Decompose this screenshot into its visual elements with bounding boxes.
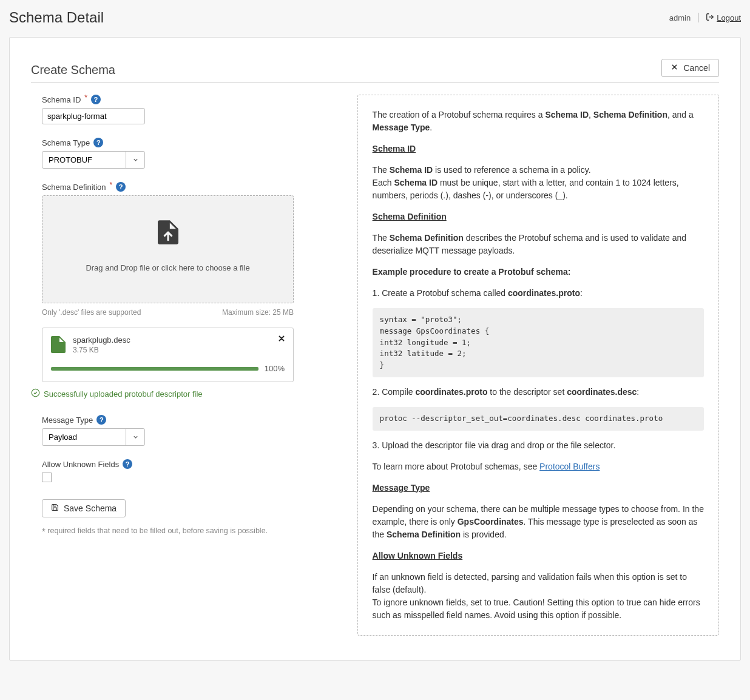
save-schema-label: Save Schema: [64, 503, 117, 513]
required-indicator: *: [110, 181, 113, 189]
required-indicator: *: [84, 93, 87, 102]
panel-title: Create Schema: [31, 63, 115, 77]
help-icon[interactable]: ?: [123, 459, 132, 469]
file-icon: [51, 335, 66, 355]
schema-type-label: Schema Type: [42, 138, 90, 147]
uploaded-file-card: sparkplugb.desc 3.75 KB 100%: [42, 328, 294, 382]
help-heading-message-type: Message Type: [373, 483, 430, 493]
logout-label: Logout: [717, 13, 741, 22]
dropzone-text: Drag and Drop file or click here to choo…: [86, 263, 249, 272]
help-heading-schema-def: Schema Definition: [373, 212, 447, 221]
cancel-button[interactable]: Cancel: [661, 59, 719, 77]
help-heading-schema-id: Schema ID: [373, 144, 416, 153]
file-name: sparkplugb.desc: [73, 335, 285, 345]
close-icon: [671, 63, 678, 73]
current-user: admin: [669, 13, 691, 22]
code-example-proto: syntax = "proto3"; message GpsCoordinate…: [373, 308, 704, 377]
help-icon[interactable]: ?: [91, 95, 101, 104]
check-circle-icon: [31, 388, 40, 399]
help-icon[interactable]: ?: [93, 138, 103, 147]
logout-icon: [706, 13, 714, 23]
upload-icon: [158, 220, 178, 263]
required-footnote: required fields that need to be filled o…: [47, 527, 268, 535]
help-icon[interactable]: ?: [116, 182, 126, 192]
logout-link[interactable]: Logout: [706, 13, 741, 23]
help-heading-allow-unknown: Allow Unknown Fields: [373, 551, 463, 560]
message-type-select[interactable]: [42, 428, 145, 446]
dropzone-hint-filetype: Only '.desc' files are supported: [42, 308, 141, 317]
cancel-label: Cancel: [683, 63, 710, 73]
schema-id-input[interactable]: [42, 108, 145, 124]
upload-status-text: Successfully uploaded protobuf descripto…: [44, 389, 203, 399]
help-icon[interactable]: ?: [96, 415, 106, 425]
file-dropzone[interactable]: Drag and Drop file or click here to choo…: [42, 195, 294, 303]
save-schema-button[interactable]: Save Schema: [42, 499, 126, 517]
dropzone-hint-maxsize: Maximum size: 25 MB: [222, 308, 294, 317]
protocol-buffers-link[interactable]: Protocol Buffers: [539, 462, 600, 471]
upload-progress-bar: [51, 367, 258, 371]
page-title: Schema Detail: [9, 9, 104, 26]
allow-unknown-checkbox[interactable]: [42, 473, 52, 482]
svg-point-1: [32, 389, 39, 397]
upload-progress-percent: 100%: [265, 364, 285, 373]
code-example-protoc: protoc --descriptor_set_out=coordinates.…: [373, 407, 704, 431]
file-size: 3.75 KB: [73, 346, 285, 354]
schema-definition-label: Schema Definition: [42, 183, 106, 192]
help-panel: The creation of a Protobuf schema requir…: [357, 95, 719, 636]
message-type-label: Message Type: [42, 416, 93, 425]
divider: [698, 13, 698, 22]
schema-type-select[interactable]: [42, 151, 145, 169]
schema-id-label: Schema ID: [42, 95, 81, 104]
remove-file-button[interactable]: [277, 334, 286, 345]
save-icon: [51, 503, 59, 513]
allow-unknown-label: Allow Unknown Fields: [42, 460, 119, 469]
